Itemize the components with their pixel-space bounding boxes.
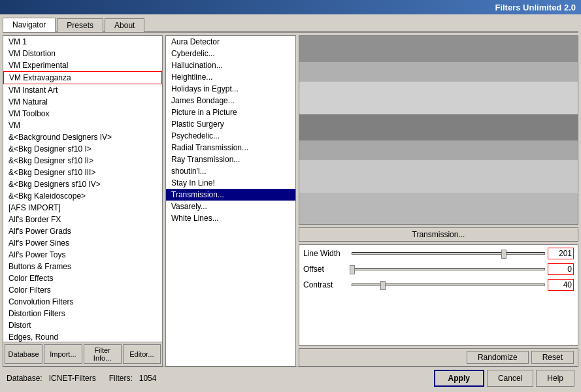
preview-stripe [299, 140, 578, 160]
nav-item-distortion-filters[interactable]: Distortion Filters [3, 308, 162, 319]
preview-area [299, 35, 578, 225]
slider-thumb-line-width[interactable] [501, 250, 506, 259]
nav-item-distort[interactable]: Distort [3, 319, 162, 331]
filter-item-shoutin[interactable]: shoutin'l... [166, 165, 295, 177]
title-text: Filters Unlimited 2.0 [495, 3, 576, 12]
nav-item-bkg-kaleidoscope[interactable]: &<Bkg Kaleidoscope> [3, 190, 162, 202]
preview-stripe [299, 36, 578, 62]
slider-thumb-offset[interactable] [350, 265, 355, 274]
right-panel: Transmission... Line Width201Offset0Cont… [299, 35, 578, 367]
nav-item-buttons-frames[interactable]: Buttons & Frames [3, 261, 162, 272]
slider-track-offset[interactable] [352, 268, 545, 270]
slider-label-line-width: Line Width [303, 249, 349, 258]
nav-item-bkg-designer-sf10-ii[interactable]: &<Bkg Designer sf10 II> [3, 155, 162, 167]
main-container: Navigator Presets About VM 1VM Distortio… [0, 14, 581, 392]
slider-value-line-width: 201 [548, 248, 574, 259]
nav-item-edges-round[interactable]: Edges, Round [3, 331, 162, 342]
preview-stripe [299, 160, 578, 193]
nav-item-bkg-designer-sf10-iii[interactable]: &<Bkg Designer sf10 III> [3, 167, 162, 178]
editor-button[interactable]: Editor... [123, 344, 161, 364]
slider-value-contrast: 40 [548, 279, 574, 291]
apply-button[interactable]: Apply [434, 370, 484, 387]
nav-item-bkg-designers-sf10-iv[interactable]: &<Bkg Designers sf10 IV> [3, 178, 162, 190]
filters-status: Filters: 1054 [109, 374, 157, 383]
right-buttons: Randomize Reset [467, 351, 574, 364]
filter-info-button[interactable]: Filter Info... [84, 344, 122, 364]
filter-item-picture-in-picture[interactable]: Picture in a Picture [166, 106, 295, 118]
slider-thumb-contrast[interactable] [380, 281, 386, 290]
tab-about[interactable]: About [105, 18, 144, 32]
filter-list[interactable]: Aura DetectorCyberdelic...Hallucination.… [166, 36, 295, 366]
nav-item-vm-toolbox[interactable]: VM Toolbox [3, 108, 162, 120]
nav-item-alfs-power-toys[interactable]: Alf's Power Toys [3, 249, 162, 261]
cancel-button[interactable]: Cancel [487, 370, 533, 387]
filter-item-heightline[interactable]: Heightline... [166, 71, 295, 83]
slider-label-offset: Offset [303, 265, 349, 274]
nav-item-bkg-designer-sf10-i[interactable]: &<Bkg Designer sf10 I> [3, 143, 162, 155]
filter-name-bar: Transmission... [299, 227, 578, 242]
preview-stripe [299, 82, 578, 114]
nav-item-vm-natural[interactable]: VM Natural [3, 96, 162, 108]
nav-item-vm-experimental[interactable]: VM Experimental [3, 59, 162, 71]
filter-item-vasarely[interactable]: Vasarely... [166, 201, 295, 212]
database-status: Database: ICNET-Filters [7, 374, 96, 383]
nav-item-convolution-filters[interactable]: Convolution Filters [3, 296, 162, 308]
database-button[interactable]: Database [5, 344, 42, 364]
filter-item-psychedelic[interactable]: Psychedelic... [166, 130, 295, 142]
filter-item-stay-in-line[interactable]: Stay In Line! [166, 177, 295, 189]
nav-item-afs-import[interactable]: [AFS IMPORT] [3, 202, 162, 214]
panel-toolbar: Database Import... Filter Info... Editor… [3, 342, 162, 366]
sliders-area: Line Width201Offset0Contrast40 [299, 244, 578, 346]
tabs-row: Navigator Presets About [3, 17, 578, 33]
preview-stripe [299, 62, 578, 82]
nav-item-alfs-power-sines[interactable]: Alf's Power Sines [3, 237, 162, 249]
status-buttons: Apply Cancel Help [434, 370, 574, 387]
slider-row-line-width: Line Width201 [303, 248, 574, 259]
navigator-list[interactable]: VM 1VM DistortionVM ExperimentalVM Extra… [3, 36, 162, 342]
preview-stripe [299, 193, 578, 225]
middle-panel: Aura DetectorCyberdelic...Hallucination.… [165, 35, 296, 367]
filter-item-ray-transmission[interactable]: Ray Transmission... [166, 154, 295, 165]
randomize-button[interactable]: Randomize [467, 351, 529, 364]
nav-item-color-effects[interactable]: Color Effects [3, 272, 162, 284]
bottom-toolbar: Randomize Reset [299, 348, 578, 367]
tab-navigator[interactable]: Navigator [3, 18, 56, 32]
nav-item-vm-extravaganza[interactable]: VM Extravaganza [3, 71, 162, 84]
slider-label-contrast: Contrast [303, 280, 349, 289]
tab-presets[interactable]: Presets [57, 18, 103, 32]
filter-item-plastic-surgery[interactable]: Plastic Surgery [166, 118, 295, 130]
nav-item-vm-instant-art[interactable]: VM Instant Art [3, 84, 162, 96]
nav-item-vm-distortion[interactable]: VM Distortion [3, 48, 162, 59]
nav-item-color-filters[interactable]: Color Filters [3, 284, 162, 296]
import-button[interactable]: Import... [44, 344, 82, 364]
nav-item-alfs-power-grads[interactable]: Alf's Power Grads [3, 225, 162, 237]
content-area: VM 1VM DistortionVM ExperimentalVM Extra… [3, 35, 578, 367]
reset-button[interactable]: Reset [531, 351, 574, 364]
filters-label: Filters: [109, 374, 133, 383]
database-label: Database: [7, 374, 42, 383]
nav-item-vm[interactable]: VM [3, 120, 162, 131]
preview-stripe [299, 114, 578, 140]
slider-track-line-width[interactable] [352, 252, 545, 255]
help-button[interactable]: Help [536, 370, 574, 387]
nav-item-bg-designers-iv[interactable]: &<Background Designers IV> [3, 131, 162, 143]
filter-item-holidays-egypt[interactable]: Holidays in Egypt... [166, 83, 295, 95]
status-bar: Database: ICNET-Filters Filters: 1054 Ap… [3, 367, 578, 389]
nav-item-alfs-border-fx[interactable]: Alf's Border FX [3, 214, 162, 225]
filter-item-transmission[interactable]: Transmission... [166, 189, 295, 201]
slider-row-contrast: Contrast40 [303, 279, 574, 291]
filter-item-aura-detector[interactable]: Aura Detector [166, 36, 295, 48]
filter-item-hallucination[interactable]: Hallucination... [166, 59, 295, 71]
filter-item-cyberdelic[interactable]: Cyberdelic... [166, 48, 295, 59]
slider-track-contrast[interactable] [352, 284, 545, 286]
slider-row-offset: Offset0 [303, 263, 574, 275]
database-value: ICNET-Filters [49, 374, 96, 383]
nav-item-vm1[interactable]: VM 1 [3, 36, 162, 48]
left-panel: VM 1VM DistortionVM ExperimentalVM Extra… [3, 35, 163, 367]
title-bar: Filters Unlimited 2.0 [0, 0, 581, 14]
status-left: Database: ICNET-Filters Filters: 1054 [7, 374, 156, 383]
filter-item-radial-transmission[interactable]: Radial Transmission... [166, 142, 295, 154]
filter-item-white-lines[interactable]: White Lines... [166, 212, 295, 224]
slider-value-offset: 0 [548, 263, 574, 275]
filter-item-james-bondage[interactable]: James Bondage... [166, 95, 295, 106]
